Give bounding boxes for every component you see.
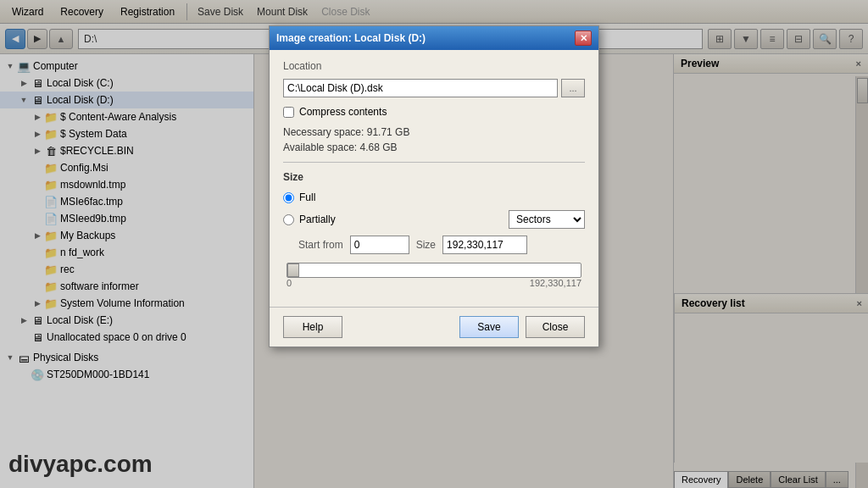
slider-track[interactable] — [287, 263, 581, 278]
compress-label: Compress contents — [299, 106, 387, 118]
size-field-label: Size — [416, 239, 436, 251]
save-button[interactable]: Save — [459, 316, 519, 338]
slider-thumb[interactable] — [287, 263, 299, 277]
necessary-space-text: Necessary space: 91.71 GB — [283, 126, 585, 138]
help-button[interactable]: Help — [283, 316, 342, 338]
fields-row: Start from Size — [283, 236, 585, 254]
section-divider — [283, 162, 585, 163]
full-radio[interactable] — [283, 192, 294, 203]
dialog-titlebar: Image creation: Local Disk (D:) ✕ — [270, 26, 598, 50]
partially-radio[interactable] — [283, 214, 294, 225]
compress-row: Compress contents — [283, 106, 585, 118]
location-input[interactable] — [283, 79, 558, 97]
partially-label: Partially — [299, 214, 336, 225]
dialog-body: Location ... Compress contents Necessary… — [270, 50, 598, 307]
full-label: Full — [299, 191, 315, 203]
full-radio-row: Full — [283, 191, 585, 203]
dialog-title: Image creation: Local Disk (D:) — [276, 32, 426, 44]
start-from-label: Start from — [298, 239, 343, 251]
browse-button[interactable]: ... — [561, 79, 585, 97]
location-row: ... — [283, 79, 585, 97]
available-space-text: Available space: 4.68 GB — [283, 141, 585, 153]
location-section-label: Location — [283, 60, 585, 72]
dialog-overlay: Image creation: Local Disk (D:) ✕ Locati… — [0, 0, 868, 488]
slider-container: 0 192,330,117 — [283, 263, 585, 288]
size-field-input[interactable] — [442, 236, 527, 254]
dialog-footer: Help Save Close — [270, 307, 598, 347]
close-button[interactable]: Close — [526, 316, 585, 338]
partially-radio-row: Partially Sectors — [283, 210, 585, 229]
image-creation-dialog: Image creation: Local Disk (D:) ✕ Locati… — [269, 25, 599, 347]
dialog-close-button[interactable]: ✕ — [575, 30, 592, 46]
slider-min-label: 0 — [287, 278, 292, 288]
start-from-input[interactable] — [350, 236, 409, 254]
size-section-label: Size — [283, 171, 585, 183]
sectors-dropdown[interactable]: Sectors — [509, 210, 585, 229]
slider-max-label: 192,330,117 — [530, 278, 581, 288]
partially-row-content: Partially Sectors — [283, 210, 585, 229]
slider-labels: 0 192,330,117 — [287, 278, 581, 288]
compress-checkbox[interactable] — [283, 107, 294, 118]
